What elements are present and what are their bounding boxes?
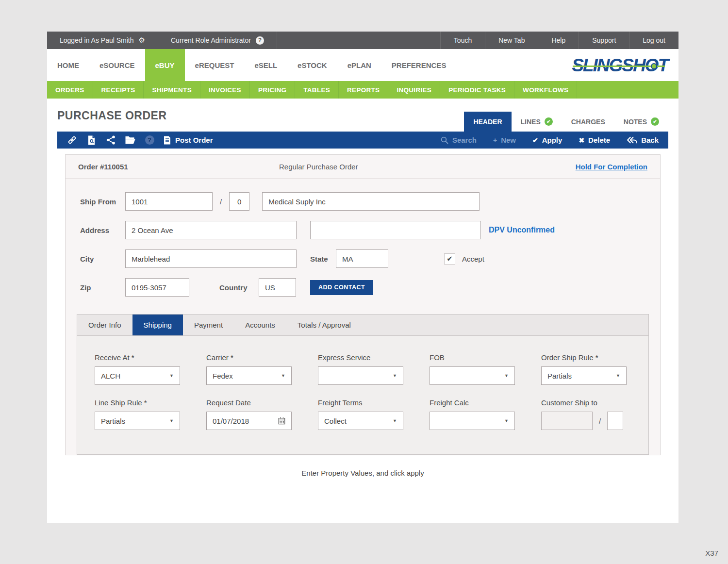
vendor-name-input[interactable] bbox=[262, 192, 480, 211]
field-customer-ship-to: Customer Ship to / bbox=[541, 398, 623, 430]
touch-link[interactable]: Touch bbox=[440, 32, 485, 49]
tab-payment[interactable]: Payment bbox=[183, 315, 234, 335]
nav-estock[interactable]: eSTOCK bbox=[287, 49, 337, 81]
tab-notes-label: NOTES bbox=[624, 118, 647, 126]
tab-header-label: HEADER bbox=[473, 118, 502, 126]
chevron-down-icon: ▼ bbox=[616, 373, 620, 378]
back-button[interactable]: Back bbox=[627, 136, 659, 144]
field-request-date: Request Date 01/07/2018 bbox=[206, 398, 292, 430]
module-shipments[interactable]: SHIPMENTS bbox=[144, 81, 200, 99]
tab-header[interactable]: HEADER bbox=[464, 112, 511, 132]
apply-label: Apply bbox=[542, 136, 563, 144]
nav-home[interactable]: HOME bbox=[47, 49, 89, 81]
help-circle-icon[interactable]: ? bbox=[256, 36, 264, 45]
state-label: State bbox=[310, 255, 336, 263]
freight-calc-select[interactable]: ▼ bbox=[430, 412, 515, 430]
search-button[interactable]: Search bbox=[441, 136, 477, 144]
module-pricing[interactable]: PRICING bbox=[250, 81, 295, 99]
chevron-down-icon: ▼ bbox=[504, 418, 509, 423]
back-label: Back bbox=[641, 136, 659, 144]
tab-accounts[interactable]: Accounts bbox=[234, 315, 286, 335]
link-icon[interactable] bbox=[62, 135, 82, 145]
chevron-down-icon: ▼ bbox=[393, 418, 397, 423]
module-tables[interactable]: TABLES bbox=[295, 81, 339, 99]
nav-esource[interactable]: eSOURCE bbox=[89, 49, 145, 81]
share-icon[interactable] bbox=[101, 135, 120, 145]
module-workflows[interactable]: WORKFLOWS bbox=[514, 81, 577, 99]
field-fob: FOB ▼ bbox=[430, 353, 515, 385]
tab-order-info[interactable]: Order Info bbox=[77, 315, 132, 335]
address-form: Ship From / Address DPV Unconfirmed City… bbox=[66, 179, 660, 297]
new-button[interactable]: + New bbox=[493, 136, 516, 144]
tab-totals-approval[interactable]: Totals / Approval bbox=[286, 315, 362, 335]
city-label: City bbox=[80, 255, 125, 263]
field-order-ship-rule: Order Ship Rule * Partials ▼ bbox=[541, 353, 627, 385]
city-row: City State ✔ Accept bbox=[80, 249, 645, 268]
address-line2-input[interactable] bbox=[310, 221, 481, 239]
add-contact-button[interactable]: ADD CONTACT bbox=[310, 280, 373, 295]
module-invoices[interactable]: INVOICES bbox=[200, 81, 250, 99]
module-inquiries[interactable]: INQUIRIES bbox=[388, 81, 440, 99]
address-line1-input[interactable] bbox=[125, 221, 297, 239]
current-role[interactable]: Current Role Administrator ? bbox=[158, 32, 277, 49]
tab-notes[interactable]: NOTES ✔ bbox=[614, 112, 668, 132]
help-link[interactable]: Help bbox=[538, 32, 579, 49]
tab-charges[interactable]: CHARGES bbox=[562, 112, 614, 132]
nav-esell[interactable]: eSELL bbox=[244, 49, 287, 81]
request-date-input[interactable]: 01/07/2018 bbox=[206, 412, 292, 430]
zip-input[interactable] bbox=[125, 278, 189, 297]
main-nav: HOME eSOURCE eBUY eREQUEST eSELL eSTOCK … bbox=[47, 49, 678, 81]
fob-select[interactable]: ▼ bbox=[430, 366, 515, 385]
tab-lines[interactable]: LINES ✔ bbox=[512, 112, 562, 132]
field-carrier: Carrier * Fedex ▼ bbox=[206, 353, 292, 385]
vendor-suffix-input[interactable] bbox=[229, 192, 249, 211]
slash-separator: / bbox=[220, 198, 222, 206]
receive-at-select[interactable]: ALCH ▼ bbox=[95, 366, 180, 385]
nav-eplan[interactable]: ePLAN bbox=[337, 49, 381, 81]
freight-calc-label: Freight Calc bbox=[430, 398, 515, 407]
support-link[interactable]: Support bbox=[579, 32, 629, 49]
utility-bar: Logged in As Paul Smith ⚙ Current Role A… bbox=[47, 32, 678, 49]
order-ship-rule-select[interactable]: Partials ▼ bbox=[541, 366, 627, 385]
document-search-icon[interactable] bbox=[82, 135, 101, 145]
check-circle-icon: ✔ bbox=[545, 117, 553, 126]
express-service-select[interactable]: ▼ bbox=[318, 366, 403, 385]
customer-ship-to-suffix-input[interactable] bbox=[607, 412, 623, 430]
module-receipts[interactable]: RECEIPTS bbox=[93, 81, 144, 99]
post-order-button[interactable]: Post Order bbox=[164, 136, 213, 145]
module-orders[interactable]: ORDERS bbox=[47, 81, 93, 99]
module-periodic-tasks[interactable]: PERIODIC TASKS bbox=[440, 81, 514, 99]
order-ship-rule-value: Partials bbox=[547, 372, 572, 380]
accept-checkbox[interactable]: ✔ bbox=[444, 253, 455, 265]
tab-shipping[interactable]: Shipping bbox=[132, 315, 183, 335]
order-number: Order #110051 bbox=[78, 163, 279, 171]
nav-erequest[interactable]: eREQUEST bbox=[185, 49, 245, 81]
line-ship-rule-value: Partials bbox=[101, 417, 125, 425]
delete-button[interactable]: ✖ Delete bbox=[579, 136, 610, 144]
ship-from-label: Ship From bbox=[80, 198, 125, 206]
line-ship-rule-select[interactable]: Partials ▼ bbox=[95, 412, 180, 430]
logged-in-user[interactable]: Logged in As Paul Smith ⚙ bbox=[47, 32, 158, 49]
city-input[interactable] bbox=[125, 249, 297, 268]
gear-icon[interactable]: ⚙ bbox=[139, 36, 145, 45]
vendor-code-input[interactable] bbox=[125, 192, 213, 211]
apply-button[interactable]: ✔ Apply bbox=[532, 136, 562, 144]
carrier-select[interactable]: Fedex ▼ bbox=[206, 366, 292, 385]
state-input[interactable] bbox=[336, 249, 388, 268]
tab-charges-label: CHARGES bbox=[571, 118, 605, 126]
toolbar-help-icon[interactable]: ? bbox=[140, 135, 159, 145]
country-input[interactable] bbox=[259, 278, 296, 297]
dpv-status-link[interactable]: DPV Unconfirmed bbox=[489, 226, 555, 234]
tab-lines-label: LINES bbox=[521, 118, 541, 126]
nav-ebuy[interactable]: eBUY bbox=[145, 49, 185, 81]
logout-link[interactable]: Log out bbox=[629, 32, 678, 49]
folder-open-icon[interactable] bbox=[120, 136, 140, 144]
new-tab-link[interactable]: New Tab bbox=[485, 32, 538, 49]
customer-ship-to-input[interactable] bbox=[541, 412, 593, 430]
freight-terms-value: Collect bbox=[324, 417, 347, 425]
freight-terms-select[interactable]: Collect ▼ bbox=[318, 412, 403, 430]
line-ship-rule-label: Line Ship Rule * bbox=[95, 398, 180, 407]
module-reports[interactable]: REPORTS bbox=[339, 81, 388, 99]
nav-preferences[interactable]: PREFERENCES bbox=[381, 49, 457, 81]
hold-for-completion-link[interactable]: Hold For Completion bbox=[576, 163, 647, 171]
